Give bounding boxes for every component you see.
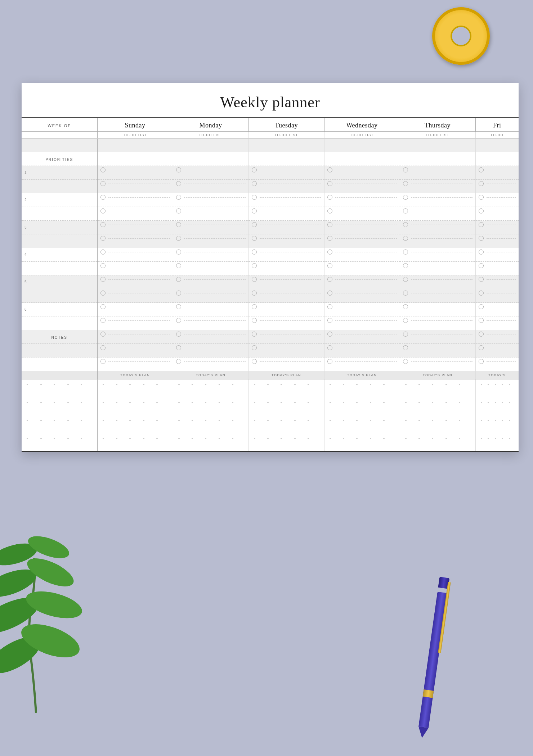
thursday-row2[interactable] xyxy=(400,152,475,166)
checkbox[interactable] xyxy=(327,236,332,241)
sunday-p4a[interactable] xyxy=(97,248,173,262)
sunday-p2a[interactable] xyxy=(97,193,173,207)
thursday-p5b[interactable] xyxy=(400,289,475,303)
checkbox[interactable] xyxy=(479,263,484,268)
sunday-p1b[interactable] xyxy=(97,180,173,193)
tuesday-p2a[interactable] xyxy=(248,193,324,207)
thursday-p2b[interactable] xyxy=(400,207,475,221)
checkbox[interactable] xyxy=(403,263,408,268)
checkbox[interactable] xyxy=(327,291,332,296)
tuesday-p6a[interactable] xyxy=(248,303,324,316)
checkbox[interactable] xyxy=(176,222,181,227)
tuesday-dot-2[interactable] xyxy=(248,397,324,415)
checkbox[interactable] xyxy=(479,332,484,337)
checkbox[interactable] xyxy=(327,359,332,364)
checkbox[interactable] xyxy=(327,304,332,309)
checkbox[interactable] xyxy=(403,304,408,309)
friday-notes-b[interactable] xyxy=(475,344,519,357)
tuesday-notes-b[interactable] xyxy=(248,344,324,357)
monday-p2b[interactable] xyxy=(173,207,248,221)
checkbox[interactable] xyxy=(479,249,484,255)
checkbox[interactable] xyxy=(252,181,257,186)
thursday-dot-2[interactable] xyxy=(400,397,475,415)
friday-row1[interactable] xyxy=(475,139,519,152)
friday-p5a[interactable] xyxy=(475,275,519,289)
checkbox[interactable] xyxy=(327,167,332,172)
friday-p2b[interactable] xyxy=(475,207,519,221)
monday-notes-c[interactable] xyxy=(173,357,248,371)
checkbox[interactable] xyxy=(403,345,408,350)
checkbox[interactable] xyxy=(100,181,106,186)
tuesday-dot-1[interactable] xyxy=(248,379,324,397)
monday-p5a[interactable] xyxy=(173,275,248,289)
sunday-p3b[interactable] xyxy=(97,234,173,248)
checkbox[interactable] xyxy=(327,222,332,227)
checkbox[interactable] xyxy=(176,181,181,186)
sunday-p3a[interactable] xyxy=(97,221,173,234)
checkbox[interactable] xyxy=(479,277,484,282)
sunday-dot-2[interactable] xyxy=(97,397,173,415)
checkbox[interactable] xyxy=(252,236,257,241)
monday-p6a[interactable] xyxy=(173,303,248,316)
sunday-p2b[interactable] xyxy=(97,207,173,221)
checkbox[interactable] xyxy=(100,291,106,296)
checkbox[interactable] xyxy=(403,277,408,282)
checkbox[interactable] xyxy=(327,318,332,323)
monday-p3a[interactable] xyxy=(173,221,248,234)
checkbox[interactable] xyxy=(176,332,181,337)
sunday-p5a[interactable] xyxy=(97,275,173,289)
checkbox[interactable] xyxy=(479,195,484,200)
checkbox[interactable] xyxy=(100,318,106,323)
thursday-p6a[interactable] xyxy=(400,303,475,316)
checkbox[interactable] xyxy=(479,359,484,364)
friday-p4a[interactable] xyxy=(475,248,519,262)
checkbox[interactable] xyxy=(252,359,257,364)
sunday-dot-1[interactable] xyxy=(97,379,173,397)
sunday-notes-b[interactable] xyxy=(97,344,173,357)
wednesday-notes-a[interactable] xyxy=(324,330,400,344)
sunday-p1a[interactable] xyxy=(97,166,173,180)
friday-p1a[interactable] xyxy=(475,166,519,180)
wednesday-p1b[interactable] xyxy=(324,180,400,193)
checkbox[interactable] xyxy=(100,359,106,364)
monday-notes-b[interactable] xyxy=(173,344,248,357)
checkbox[interactable] xyxy=(403,332,408,337)
friday-p4b[interactable] xyxy=(475,262,519,275)
checkbox[interactable] xyxy=(403,249,408,255)
checkbox[interactable] xyxy=(327,249,332,255)
thursday-p5a[interactable] xyxy=(400,275,475,289)
checkbox[interactable] xyxy=(252,167,257,172)
tuesday-p1b[interactable] xyxy=(248,180,324,193)
checkbox[interactable] xyxy=(100,277,106,282)
checkbox[interactable] xyxy=(176,318,181,323)
checkbox[interactable] xyxy=(327,345,332,350)
wednesday-p2a[interactable] xyxy=(324,193,400,207)
checkbox[interactable] xyxy=(327,263,332,268)
wednesday-dot-2[interactable] xyxy=(324,397,400,415)
monday-notes-a[interactable] xyxy=(173,330,248,344)
sunday-row2[interactable] xyxy=(97,152,173,166)
checkbox[interactable] xyxy=(100,222,106,227)
checkbox[interactable] xyxy=(252,291,257,296)
sunday-p6b[interactable] xyxy=(97,316,173,330)
checkbox[interactable] xyxy=(252,249,257,255)
thursday-notes-c[interactable] xyxy=(400,357,475,371)
thursday-p4b[interactable] xyxy=(400,262,475,275)
checkbox[interactable] xyxy=(479,181,484,186)
friday-p3b[interactable] xyxy=(475,234,519,248)
checkbox[interactable] xyxy=(403,236,408,241)
checkbox[interactable] xyxy=(176,263,181,268)
friday-p2a[interactable] xyxy=(475,193,519,207)
wednesday-p1a[interactable] xyxy=(324,166,400,180)
checkbox[interactable] xyxy=(100,195,106,200)
checkbox[interactable] xyxy=(479,304,484,309)
checkbox[interactable] xyxy=(479,167,484,172)
tuesday-notes-c[interactable] xyxy=(248,357,324,371)
checkbox[interactable] xyxy=(100,345,106,350)
monday-dot-3[interactable] xyxy=(173,415,248,433)
tuesday-p5b[interactable] xyxy=(248,289,324,303)
thursday-dot-3[interactable] xyxy=(400,415,475,433)
wednesday-p4b[interactable] xyxy=(324,262,400,275)
friday-dot-3[interactable] xyxy=(475,415,519,433)
thursday-p3a[interactable] xyxy=(400,221,475,234)
